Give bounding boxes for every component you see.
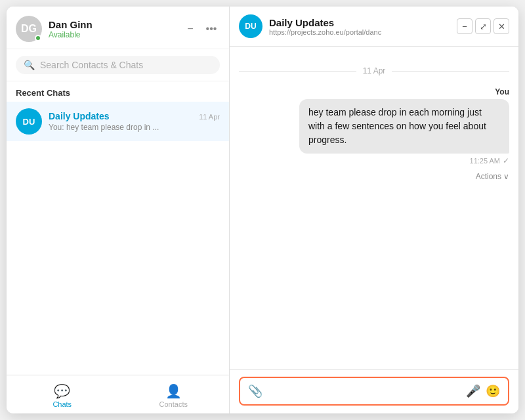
status-dot [35, 35, 41, 41]
actions-button[interactable]: Actions ∨ [476, 172, 509, 181]
message-wrapper: You hey team please drop in each morning… [239, 87, 509, 165]
user-name: Dan Ginn [49, 19, 182, 30]
minimize-user-btn[interactable]: − [182, 20, 199, 37]
user-status: Available [49, 30, 182, 39]
minimize-window-btn[interactable]: − [457, 18, 472, 34]
chat-date: 11 Apr [199, 113, 220, 121]
chats-label: Chats [52, 400, 72, 408]
mic-button[interactable]: 🎤 [466, 384, 480, 398]
date-divider: 11 Apr [239, 66, 509, 75]
chat-name: Daily Updates [49, 111, 110, 121]
user-header: DG Dan Ginn Available − ••• [7, 7, 229, 49]
user-info: Dan Ginn Available [49, 19, 182, 39]
chat-header-btns: − ⤢ ✕ [457, 18, 509, 34]
search-icon: 🔍 [24, 60, 35, 70]
message-sender: You [495, 87, 509, 96]
left-panel: DG Dan Ginn Available − ••• 🔍 Recent Cha… [7, 7, 230, 413]
expand-window-btn[interactable]: ⤢ [475, 18, 491, 34]
chat-header-avatar: DU [239, 14, 262, 38]
more-options-btn[interactable]: ••• [203, 20, 220, 37]
message-meta: 11:25 AM ✓ [470, 156, 509, 165]
avatar: DG [16, 16, 42, 42]
search-bar: 🔍 [7, 49, 229, 81]
header-actions: − ••• [182, 20, 220, 37]
chat-header-url: https://projects.zoho.eu/portal/danc [269, 28, 450, 36]
chat-preview: You: hey team please drop in ... [49, 123, 220, 132]
mic-icon: 🎤 [466, 385, 480, 398]
attach-button[interactable]: 📎 [248, 384, 262, 398]
input-bar: 📎 🎤 🙂 [230, 369, 518, 413]
nav-item-contacts[interactable]: 👤 Contacts [118, 381, 230, 411]
emoji-button[interactable]: 🙂 [486, 384, 500, 398]
chat-header-info: Daily Updates https://projects.zoho.eu/p… [269, 17, 450, 36]
close-window-btn[interactable]: ✕ [494, 18, 509, 34]
actions-row: Actions ∨ [239, 171, 509, 185]
actions-chevron: ∨ [503, 172, 509, 181]
message-bubble: hey team please drop in each morning jus… [299, 99, 509, 154]
actions-label: Actions [476, 172, 501, 181]
message-time: 11:25 AM [470, 157, 500, 165]
check-icon: ✓ [503, 156, 509, 165]
input-actions: 🎤 🙂 [466, 384, 500, 398]
chat-item-daily-updates[interactable]: DU Daily Updates 11 Apr You: hey team pl… [7, 102, 229, 141]
date-divider-text: 11 Apr [363, 66, 386, 75]
chat-name-row: Daily Updates 11 Apr [49, 111, 220, 121]
chat-header: DU Daily Updates https://projects.zoho.e… [230, 7, 518, 47]
contacts-label: Contacts [159, 400, 188, 408]
nav-item-chats[interactable]: 💬 Chats [7, 381, 118, 411]
recent-chats-label: Recent Chats [7, 81, 229, 102]
emoji-icon: 🙂 [486, 385, 500, 398]
chat-avatar: DU [16, 108, 42, 135]
chat-header-title: Daily Updates [269, 17, 450, 28]
attach-icon: 📎 [248, 385, 262, 398]
chat-info: Daily Updates 11 Apr You: hey team pleas… [49, 111, 220, 132]
message-input[interactable] [268, 383, 461, 399]
chats-icon: 💬 [54, 383, 70, 399]
search-input[interactable] [40, 60, 212, 70]
messages-area: 11 Apr You hey team please drop in each … [230, 47, 518, 369]
right-panel: DU Daily Updates https://projects.zoho.e… [230, 7, 518, 413]
chat-list: DU Daily Updates 11 Apr You: hey team pl… [7, 102, 229, 375]
bottom-nav: 💬 Chats 👤 Contacts [7, 375, 229, 413]
input-box: 📎 🎤 🙂 [239, 377, 509, 406]
divider-line-right [392, 71, 509, 72]
app-container: DG Dan Ginn Available − ••• 🔍 Recent Cha… [7, 7, 518, 413]
divider-line-left [239, 71, 356, 72]
search-wrap: 🔍 [16, 56, 220, 74]
contacts-icon: 👤 [165, 383, 182, 399]
